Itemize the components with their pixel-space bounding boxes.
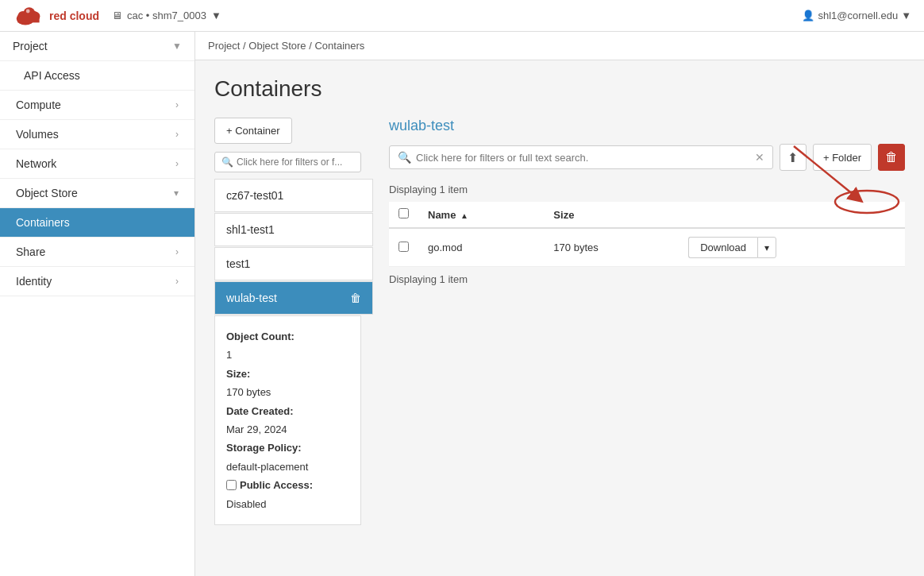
delete-container-icon[interactable]: 🗑 (350, 292, 361, 304)
project-selector[interactable]: 🖥 cac • shm7_0003 ▼ (112, 10, 221, 21)
sidebar-api-access[interactable]: API Access (0, 61, 194, 91)
chevron-down-icon: ▼ (172, 41, 182, 52)
delete-button[interactable]: 🗑 (878, 144, 905, 171)
displaying-top: Displaying 1 item (389, 184, 905, 195)
chevron-right-icon: › (175, 129, 179, 140)
user-email: shl1@cornell.edu (818, 10, 898, 21)
panel-search-input-wrap[interactable]: 🔍 ✕ (389, 145, 773, 169)
object-count-label: Object Count: (226, 327, 349, 346)
panel-title: wulab-test (389, 118, 905, 134)
public-access-checkbox[interactable] (226, 480, 237, 490)
sidebar-project-label: Project (13, 40, 48, 52)
public-access-value: Disabled (226, 498, 267, 510)
user-icon: 👤 (802, 10, 814, 21)
download-button[interactable]: Download (688, 237, 757, 258)
user-dropdown-icon: ▼ (901, 10, 911, 21)
sort-icon: ▲ (460, 211, 468, 220)
public-access-label: Public Access: (240, 476, 313, 494)
size-label: Size: (226, 365, 349, 383)
file-table: Name ▲ Size go.mod 170 byte (389, 202, 905, 267)
chevron-right-icon: › (175, 276, 179, 287)
date-created-value: Mar 29, 2024 (226, 423, 287, 435)
svg-rect-5 (17, 17, 39, 22)
container-list-panel: + Container 🔍 cz67-test01 shl1-test1 tes… (214, 118, 373, 525)
container-search-input[interactable] (237, 157, 354, 168)
download-btn-wrap: Download ▾ (688, 237, 895, 258)
table-row: go.mod 170 bytes Download ▾ (389, 228, 905, 267)
displaying-bottom: Displaying 1 item (389, 273, 905, 285)
panel-search-bar: 🔍 ✕ ⬆ + Folder 🗑 (389, 144, 905, 171)
breadcrumb-object-store[interactable]: Object Store (248, 40, 306, 52)
date-created-label: Date Created: (226, 402, 349, 420)
select-all-checkbox[interactable] (398, 208, 409, 218)
topbar: red cloud 🖥 cac • shm7_0003 ▼ 👤 shl1@cor… (0, 0, 924, 32)
storage-policy-label: Storage Policy: (226, 439, 349, 457)
file-name: go.mod (418, 228, 544, 267)
add-container-button[interactable]: + Container (214, 118, 292, 144)
container-details: Object Count: 1 Size: 170 bytes Date Cre… (214, 315, 361, 525)
clear-search-icon[interactable]: ✕ (755, 151, 764, 164)
col-size: Size (544, 202, 679, 228)
container-search-bar[interactable]: 🔍 (214, 152, 361, 172)
logo-icon (13, 4, 44, 28)
topbar-left: red cloud 🖥 cac • shm7_0003 ▼ (13, 4, 221, 28)
sidebar-volumes[interactable]: Volumes › (0, 120, 194, 149)
layout: Project ▼ API Access Compute › Volumes ›… (0, 32, 924, 576)
container-item-wulab[interactable]: wulab-test 🗑 (214, 281, 373, 315)
topbar-right: 👤 shl1@cornell.edu ▼ (802, 10, 911, 21)
sidebar-containers[interactable]: Containers (0, 208, 194, 238)
breadcrumb-containers: Containers (314, 40, 364, 52)
container-section: + Container 🔍 cz67-test01 shl1-test1 tes… (214, 118, 905, 525)
sidebar-object-store[interactable]: Object Store ▾ (0, 179, 194, 208)
col-actions (679, 202, 905, 228)
right-panel: wulab-test 🔍 ✕ ⬆ + Folder 🗑 Displaying 1… (373, 118, 905, 525)
chevron-right-icon: › (175, 246, 179, 257)
main-content: Project / Object Store / Containers Cont… (195, 32, 924, 576)
sidebar-project[interactable]: Project ▼ (0, 32, 194, 61)
download-caret-button[interactable]: ▾ (757, 237, 776, 258)
logo: red cloud (13, 4, 99, 28)
svg-point-6 (26, 9, 30, 13)
chevron-right-icon: › (175, 99, 179, 110)
chevron-down-icon: ▾ (174, 187, 179, 199)
file-size: 170 bytes (544, 228, 679, 267)
project-selector-label: cac • shm7_0003 (127, 10, 206, 21)
breadcrumb: Project / Object Store / Containers (195, 32, 924, 60)
upload-button[interactable]: ⬆ (780, 144, 807, 171)
size-value: 170 bytes (226, 386, 271, 398)
breadcrumb-sep2: / (309, 40, 312, 52)
sidebar: Project ▼ API Access Compute › Volumes ›… (0, 32, 195, 576)
logo-text: red cloud (49, 10, 99, 22)
page-title: Containers (214, 76, 905, 102)
col-name: Name ▲ (418, 202, 544, 228)
container-item-test1[interactable]: test1 (214, 247, 373, 280)
panel-search-input[interactable] (416, 152, 752, 164)
container-item-shl1[interactable]: shl1-test1 (214, 213, 373, 246)
container-item-cz67[interactable]: cz67-test01 (214, 179, 373, 212)
object-count-value: 1 (226, 349, 232, 361)
chevron-right-icon: › (175, 158, 179, 169)
sidebar-network[interactable]: Network › (0, 149, 194, 179)
server-icon: 🖥 (112, 10, 122, 21)
sidebar-identity[interactable]: Identity › (0, 267, 194, 296)
chevron-down-icon: ▼ (211, 10, 221, 21)
search-icon: 🔍 (398, 151, 411, 164)
search-icon: 🔍 (221, 157, 233, 168)
sidebar-compute[interactable]: Compute › (0, 91, 194, 120)
sidebar-share[interactable]: Share › (0, 238, 194, 267)
add-folder-button[interactable]: + Folder (813, 144, 872, 171)
row-checkbox[interactable] (398, 242, 409, 252)
breadcrumb-sep1: / (243, 40, 246, 52)
breadcrumb-project[interactable]: Project (208, 40, 240, 52)
storage-policy-value: default-placement (226, 461, 308, 473)
